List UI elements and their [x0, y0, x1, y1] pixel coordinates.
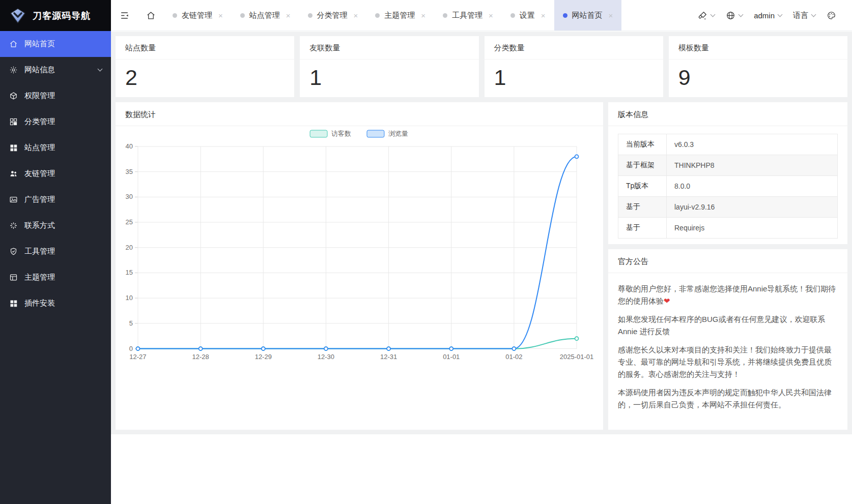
tab-label: 主题管理: [384, 11, 415, 20]
sidebar-menu: 网站首页 网站信息 权限管理 分类管理 站点管理 友链管理: [0, 31, 111, 316]
user-menu[interactable]: admin: [750, 11, 785, 20]
site-links-dropdown[interactable]: [722, 11, 746, 20]
close-icon[interactable]: ×: [609, 11, 613, 20]
tab-label: 设置: [520, 11, 535, 20]
tab-website-home[interactable]: 网站首页 ×: [554, 0, 622, 31]
svg-text:0: 0: [129, 345, 133, 352]
top-header: 友链管理 × 站点管理 × 分类管理 × 主题管理 × 工具管理 ×: [111, 0, 852, 31]
sidebar-item-friend-links[interactable]: 友链管理: [0, 161, 111, 187]
table-row: 当前版本 v6.0.3: [618, 134, 838, 155]
svg-text:浏览量: 浏览量: [388, 130, 408, 137]
language-label: 语言: [793, 11, 808, 20]
clear-cache-dropdown[interactable]: [694, 11, 718, 20]
sidebar-item-tools[interactable]: 工具管理: [0, 239, 111, 264]
stat-label: 友联数量: [300, 36, 478, 60]
tab-themes[interactable]: 主题管理 ×: [366, 0, 434, 31]
tab-friend-links[interactable]: 友链管理 ×: [164, 0, 232, 31]
diamond-logo-icon: [9, 8, 26, 23]
version-table: 当前版本 v6.0.3 基于框架 THINKPHP8 Tp版本 8.0.0: [618, 134, 838, 239]
close-icon[interactable]: ×: [286, 11, 291, 20]
home-button[interactable]: [137, 0, 164, 31]
close-icon[interactable]: ×: [489, 11, 493, 20]
tab-status-dot: [308, 13, 313, 18]
sidebar-item-contact[interactable]: 联系方式: [0, 213, 111, 239]
close-icon[interactable]: ×: [354, 11, 358, 20]
close-icon[interactable]: ×: [541, 11, 546, 20]
layout-icon: [9, 273, 18, 282]
version-row-value: 8.0.0: [667, 176, 838, 197]
sidebar-item-label: 联系方式: [24, 221, 102, 230]
close-icon[interactable]: ×: [218, 11, 223, 20]
sidebar-item-plugins[interactable]: 插件安装: [0, 290, 111, 316]
chevron-down-icon: [739, 12, 744, 17]
announcement-paragraph: 尊敬的用户您好，非常感谢您选择使用Annie导航系统！我们期待您的使用体验❤: [618, 283, 838, 307]
panel-title: 数据统计: [116, 102, 603, 126]
stat-card-templates: 模板数量 9: [669, 36, 847, 97]
close-icon[interactable]: ×: [421, 11, 425, 20]
right-column: 版本信息 当前版本 v6.0.3 基于框架 THINKPHP8: [608, 102, 847, 430]
table-row: 基于 Requirejs: [618, 218, 838, 239]
official-announcement-panel: 官方公告 尊敬的用户您好，非常感谢您选择使用Annie导航系统！我们期待您的使用…: [608, 249, 847, 430]
table-row: 基于框架 THINKPHP8: [618, 155, 838, 176]
main-content: 站点数量 2 友联数量 1 分类数量 1 模板数量 9: [111, 32, 852, 504]
collapse-sidebar-button[interactable]: [111, 0, 137, 31]
panel-title: 官方公告: [608, 249, 847, 273]
tab-label: 站点管理: [249, 11, 280, 20]
svg-text:35: 35: [126, 168, 133, 175]
globe-icon: [726, 11, 735, 20]
home-icon: [9, 40, 18, 48]
svg-text:15: 15: [126, 269, 133, 276]
version-row-label: 基于: [618, 197, 667, 218]
sidebar-item-website-home[interactable]: 网站首页: [0, 31, 111, 57]
tab-tools[interactable]: 工具管理 ×: [434, 0, 502, 31]
sidebar-item-label: 网站信息: [24, 65, 92, 75]
svg-text:12-29: 12-29: [255, 353, 272, 361]
plugin-icon: [9, 299, 18, 308]
sidebar-item-label: 友链管理: [24, 169, 102, 179]
sidebar-item-label: 插件安装: [24, 299, 102, 308]
announcement-body: 尊敬的用户您好，非常感谢您选择使用Annie导航系统！我们期待您的使用体验❤ 如…: [608, 273, 847, 421]
page-body: 站点数量 2 友联数量 1 分类数量 1 模板数量 9: [111, 32, 852, 434]
tab-bar: 友链管理 × 站点管理 × 分类管理 × 主题管理 × 工具管理 ×: [164, 0, 621, 31]
version-row-value: Requirejs: [667, 218, 838, 239]
version-row-label: Tp版本: [618, 176, 667, 197]
panel-title: 版本信息: [608, 102, 847, 126]
language-menu[interactable]: 语言: [789, 11, 819, 20]
sidebar-item-label: 网站首页: [24, 39, 102, 49]
tab-categories[interactable]: 分类管理 ×: [299, 0, 367, 31]
tab-sites[interactable]: 站点管理 ×: [232, 0, 299, 31]
announcement-paragraph: 本源码使用者因为违反本声明的规定而触犯中华人民共和国法律的，一切后果自己负责，本…: [618, 387, 838, 411]
tab-label: 友链管理: [182, 11, 212, 20]
tab-settings[interactable]: 设置 ×: [502, 0, 554, 31]
stat-label: 站点数量: [116, 36, 294, 60]
version-row-value: v6.0.3: [667, 134, 838, 155]
sidebar-item-permissions[interactable]: 权限管理: [0, 83, 111, 109]
sidebar: 刀客源码导航 网站首页 网站信息 权限管理 分类管理 站点管理: [0, 0, 111, 504]
palette-icon: [827, 11, 836, 20]
sidebar-item-categories[interactable]: 分类管理: [0, 109, 111, 135]
svg-text:12-30: 12-30: [318, 353, 334, 361]
version-info-panel: 版本信息 当前版本 v6.0.3 基于框架 THINKPHP8: [608, 102, 847, 244]
app-title: 刀客源码导航: [33, 10, 91, 22]
sidebar-item-sites[interactable]: 站点管理: [0, 135, 111, 161]
svg-text:40: 40: [126, 142, 133, 150]
sidebar-item-themes[interactable]: 主题管理: [0, 264, 111, 290]
contact-icon: [9, 221, 18, 230]
svg-text:访客数: 访客数: [331, 130, 351, 137]
sidebar-item-label: 分类管理: [24, 117, 102, 127]
sidebar-item-label: 工具管理: [24, 247, 102, 256]
tab-status-dot: [563, 13, 567, 18]
svg-text:25: 25: [126, 218, 133, 226]
theme-button[interactable]: [823, 11, 840, 20]
tab-status-dot: [510, 13, 515, 18]
tab-label: 网站首页: [572, 11, 603, 20]
sidebar-item-label: 广告管理: [24, 195, 102, 204]
category-icon: [9, 117, 18, 126]
sidebar-item-ads[interactable]: 广告管理: [0, 187, 111, 213]
svg-text:10: 10: [126, 294, 133, 302]
sidebar-item-website-info[interactable]: 网站信息: [0, 57, 111, 83]
stat-value: 2: [116, 60, 294, 96]
version-row-label: 当前版本: [618, 134, 667, 155]
svg-text:20: 20: [126, 244, 133, 251]
collapse-sidebar-icon: [120, 11, 129, 20]
